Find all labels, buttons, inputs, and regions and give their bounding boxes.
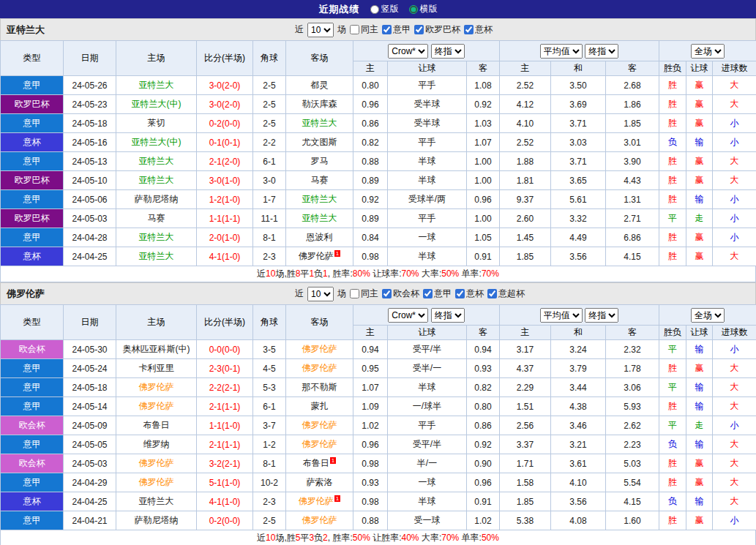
home-odds: 0.82 [353, 133, 388, 152]
match-count-select[interactable]: 10 [307, 287, 334, 301]
result-winloss: 胜 [659, 247, 686, 266]
result-winloss: 平 [659, 340, 686, 359]
filter-checkbox[interactable] [350, 289, 359, 298]
handicap: 一/球半 [388, 397, 467, 416]
avg-draw: 3.44 [551, 378, 606, 397]
layout-vertical-option[interactable]: 竖版 [370, 3, 399, 15]
scope-select[interactable]: 全场 [691, 44, 725, 59]
company-select[interactable]: Crow* [388, 44, 428, 59]
score: 2-1(1-1) [197, 397, 253, 416]
away-team: 恩波利 [286, 228, 353, 247]
horizontal-radio[interactable] [409, 5, 418, 14]
home-odds: 0.80 [353, 76, 388, 95]
home-team: 布鲁日 [116, 416, 197, 435]
league-badge: 意杯 [1, 133, 64, 152]
filter-同主[interactable]: 同主 [350, 23, 378, 36]
result-winloss: 胜 [659, 511, 686, 530]
home-team: 佛罗伦萨 [116, 397, 197, 416]
filter-意甲[interactable]: 意甲 [382, 23, 411, 36]
score: 5-1(1-0) [197, 473, 253, 492]
result-winloss: 胜 [659, 114, 686, 133]
filter-checkbox[interactable] [455, 289, 465, 298]
corner-score: 1-2 [253, 435, 286, 454]
team-name: 佛罗伦萨 [302, 344, 337, 354]
corner-score: 3-5 [253, 340, 286, 359]
filter-意甲[interactable]: 意甲 [423, 287, 452, 300]
team-name: 佛罗伦萨 [302, 439, 337, 449]
avg-home: 4.37 [500, 359, 551, 378]
filter-checkbox[interactable] [382, 289, 392, 298]
avg-draw: 3.32 [551, 209, 606, 228]
result-handicap: 输 [686, 435, 713, 454]
scope-select[interactable]: 全场 [691, 308, 725, 323]
match-row: 欧会杯24-05-09布鲁日1-1(1-0)3-7佛罗伦萨1.02平手0.862… [1, 416, 756, 435]
filter-checkbox[interactable] [487, 289, 497, 298]
team-name: 蒙扎 [311, 401, 329, 411]
home-odds: 0.89 [353, 171, 388, 190]
filter-checkbox[interactable] [464, 25, 474, 34]
layout-horizontal-option[interactable]: 横版 [409, 3, 438, 15]
avg-home: 1.58 [500, 473, 551, 492]
avg-home: 4.10 [500, 114, 551, 133]
match-count-select[interactable]: 10 [307, 23, 334, 37]
avg-stage-select[interactable]: 终指 [585, 44, 618, 59]
team-name: 马赛 [148, 213, 165, 223]
filter-同主[interactable]: 同主 [350, 287, 378, 300]
result-winloss: 胜 [659, 190, 686, 209]
team-name: 尤文图斯 [302, 137, 337, 147]
odds-stage-select[interactable]: 终指 [431, 44, 465, 59]
score: 3-2(2-1) [197, 454, 253, 473]
filter-bar: 近 10 场 同主意甲欧罗巴杯意杯 [295, 23, 493, 37]
vertical-radio[interactable] [370, 5, 379, 14]
league-badge: 意甲 [1, 378, 64, 397]
filter-checkbox[interactable] [414, 25, 424, 34]
match-date: 24-04-29 [64, 473, 116, 492]
corner-score: 2-2 [253, 133, 286, 152]
team-name: 亚特兰大 [139, 496, 174, 506]
result-handicap: 输 [686, 340, 713, 359]
home-odds: 0.98 [353, 247, 388, 266]
avg-draw: 3.56 [551, 492, 606, 511]
score: 1-2(1-0) [197, 190, 253, 209]
company-select[interactable]: Crow* [388, 308, 428, 323]
match-row: 意甲24-05-24卡利亚里2-3(0-1)4-5佛罗伦萨0.95受半/一0.9… [1, 359, 756, 378]
score: 1-1(1-1) [197, 209, 253, 228]
filter-欧会杯[interactable]: 欧会杯 [382, 287, 419, 300]
result-winloss: 平 [659, 378, 686, 397]
team-name: 布鲁日 [303, 458, 329, 468]
filter-意杯[interactable]: 意杯 [455, 287, 484, 300]
filter-checkbox[interactable] [382, 25, 392, 34]
filter-意杯[interactable]: 意杯 [464, 23, 493, 36]
result-handicap: 输 [686, 492, 713, 511]
odds-stage-select[interactable]: 终指 [431, 308, 465, 323]
section-header: 亚特兰大 近 10 场 同主意甲欧罗巴杯意杯 [0, 18, 756, 40]
filter-checkbox[interactable] [423, 289, 433, 298]
score: 2-1(2-0) [197, 152, 253, 171]
avg-home: 5.38 [500, 511, 551, 530]
avg-home: 9.37 [500, 190, 551, 209]
handicap: 半/一 [388, 454, 467, 473]
avg-home: 1.88 [500, 152, 551, 171]
team-name: 亚特兰大 [139, 251, 174, 261]
score: 4-1(1-0) [197, 247, 253, 266]
average-select[interactable]: 平均值 [540, 44, 583, 59]
scope-header: 全场 [659, 41, 756, 61]
match-date: 24-05-10 [64, 171, 116, 190]
col-handicap-result: 让球 [686, 326, 713, 340]
avg-away: 2.62 [606, 416, 659, 435]
avg-stage-select[interactable]: 终指 [585, 308, 618, 323]
filter-意超杯[interactable]: 意超杯 [487, 287, 525, 300]
average-select[interactable]: 平均值 [540, 308, 583, 323]
home-odds: 0.89 [353, 209, 388, 228]
filter-checkbox[interactable] [350, 25, 359, 34]
filter-欧罗巴杯[interactable]: 欧罗巴杯 [414, 23, 460, 36]
team-name: 佛罗伦萨 [302, 420, 337, 430]
match-row: 意甲24-05-18莱切0-2(0-0)2-5亚特兰大0.86受半球1.034.… [1, 114, 756, 133]
average-header: 平均值 终指 [500, 41, 659, 61]
league-badge: 欧罗巴杯 [1, 209, 64, 228]
corner-score: 2-5 [253, 511, 286, 530]
league-badge: 意甲 [1, 435, 64, 454]
avg-home: 1.71 [500, 454, 551, 473]
league-badge: 欧会杯 [1, 454, 64, 473]
home-odds: 0.84 [353, 228, 388, 247]
